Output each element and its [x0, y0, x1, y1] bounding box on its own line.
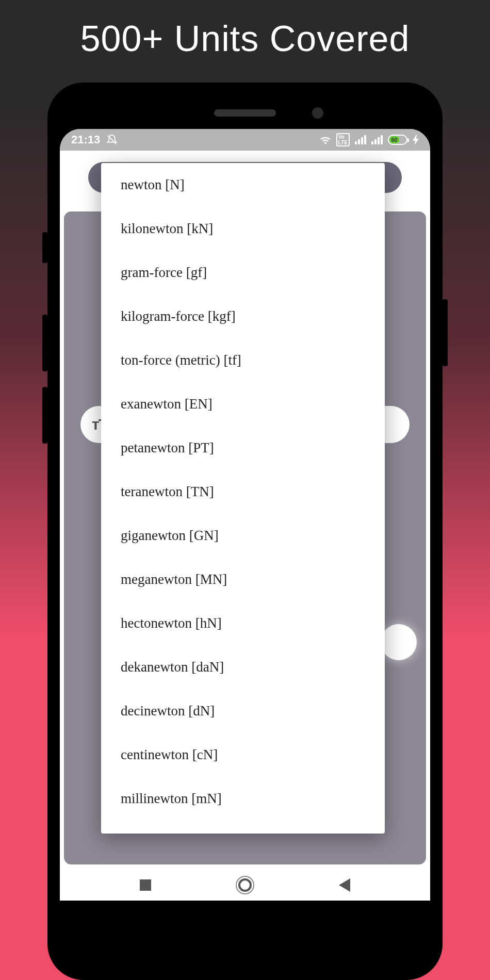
- unit-option[interactable]: decinewton [dN]: [101, 689, 385, 733]
- status-bar: 21:13 VoLTE 60: [60, 129, 430, 151]
- charging-icon: [413, 135, 419, 145]
- side-button: [42, 232, 47, 263]
- volume-down-button: [42, 387, 47, 444]
- unit-option[interactable]: gram-force [gf]: [101, 251, 385, 295]
- wifi-icon: [320, 135, 331, 144]
- unit-option[interactable]: kilonewton [kN]: [101, 207, 385, 251]
- unit-option[interactable]: kilogram-force [kgf]: [101, 295, 385, 338]
- home-button[interactable]: [238, 878, 252, 892]
- back-button[interactable]: [339, 878, 350, 892]
- unit-option[interactable]: ton-force (metric) [tf]: [101, 338, 385, 382]
- speaker-slot: [214, 109, 276, 117]
- alarm-off-icon: [106, 134, 118, 145]
- signal-icon: [371, 135, 383, 144]
- battery-level: 60: [389, 136, 399, 143]
- unit-option[interactable]: giganewton [GN]: [101, 514, 385, 558]
- unit-option[interactable]: teranewton [TN]: [101, 470, 385, 514]
- phone-frame: 21:13 VoLTE 60: [47, 83, 443, 980]
- unit-option[interactable]: petanewton [PT]: [101, 426, 385, 470]
- unit-option[interactable]: exanewton [EN]: [101, 382, 385, 426]
- volume-up-button: [42, 315, 47, 371]
- unit-option[interactable]: dekanewton [daN]: [101, 645, 385, 689]
- status-time: 21:13: [71, 133, 100, 146]
- unit-option[interactable]: meganewton [MN]: [101, 558, 385, 601]
- action-fab[interactable]: [381, 624, 417, 660]
- power-button: [443, 299, 448, 366]
- unit-option[interactable]: millinewton [mN]: [101, 777, 385, 821]
- phone-screen: 21:13 VoLTE 60: [60, 129, 430, 901]
- front-camera: [312, 107, 323, 119]
- unit-option[interactable]: newton [N]: [101, 163, 385, 207]
- unit-option[interactable]: hectonewton [hN]: [101, 601, 385, 645]
- app-content: тT newton [N]kilonewton [kN]gram-force […: [60, 151, 430, 870]
- promo-headline: 500+ Units Covered: [0, 0, 490, 59]
- unit-option[interactable]: centinewton [cN]: [101, 733, 385, 777]
- signal-icon: [355, 135, 366, 144]
- unit-dropdown: newton [N]kilonewton [kN]gram-force [gf]…: [101, 163, 385, 834]
- recents-button[interactable]: [140, 879, 151, 891]
- android-nav-bar: [60, 870, 430, 901]
- lte-indicator: VoLTE: [336, 133, 350, 146]
- battery-icon: 60: [388, 135, 407, 145]
